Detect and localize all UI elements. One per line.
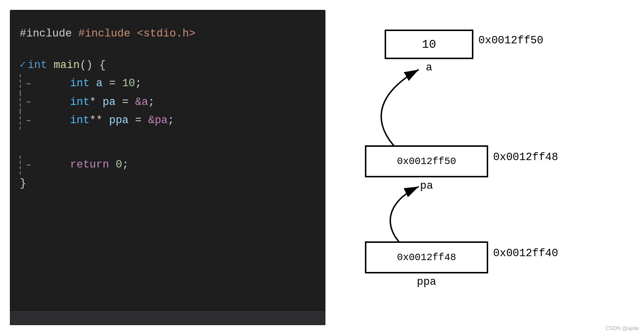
memory-box-ppa-container: 0x0012ff48 0x0012ff40 ppa [365,241,488,273]
code-blank-1 [20,43,316,56]
memory-box-pa-container: 0x0012ff50 0x0012ff48 pa [365,145,488,177]
code-line-main: ✓ int main () { [20,56,316,74]
memory-box-pa-value: 0x0012ff50 [397,156,456,167]
code-panel: #include #include <stdio.h> ✓ int main (… [10,10,325,325]
memory-box-pa-label: pa [365,180,488,192]
memory-box-a-value: 10 [422,38,436,51]
check-icon: ✓ [20,57,26,73]
memory-box-ppa-addr: 0x0012ff40 [493,247,558,260]
code-line-return: return 0 ; [20,156,316,174]
memory-box-ppa: 0x0012ff48 [365,241,488,273]
memory-box-pa: 0x0012ff50 [365,145,488,177]
code-line-include: #include #include <stdio.h> [20,25,316,43]
memory-box-ppa-value: 0x0012ff48 [397,252,456,263]
diagram-panel: 10 0x0012ff50 a 0x0012ff50 0x0012ff48 pa… [325,0,644,335]
bottom-bar [10,311,325,325]
memory-box-a: 10 [385,30,473,59]
code-line-pa: int * pa = &a ; [20,93,316,111]
code-line-a: int a = 10 ; [20,74,316,93]
code-line-close: } [20,174,316,193]
code-blank-2 [20,130,316,142]
memory-box-pa-addr: 0x0012ff48 [493,151,558,164]
memory-box-a-addr: 0x0012ff50 [478,34,543,47]
watermark: CSDN @ajole [605,325,639,331]
memory-box-a-container: 10 0x0012ff50 a [385,30,473,59]
memory-box-ppa-label: ppa [365,276,488,288]
memory-box-a-label: a [385,62,473,74]
code-blank-3 [20,143,316,156]
code-line-ppa: int ** ppa = &pa ; [20,111,316,130]
